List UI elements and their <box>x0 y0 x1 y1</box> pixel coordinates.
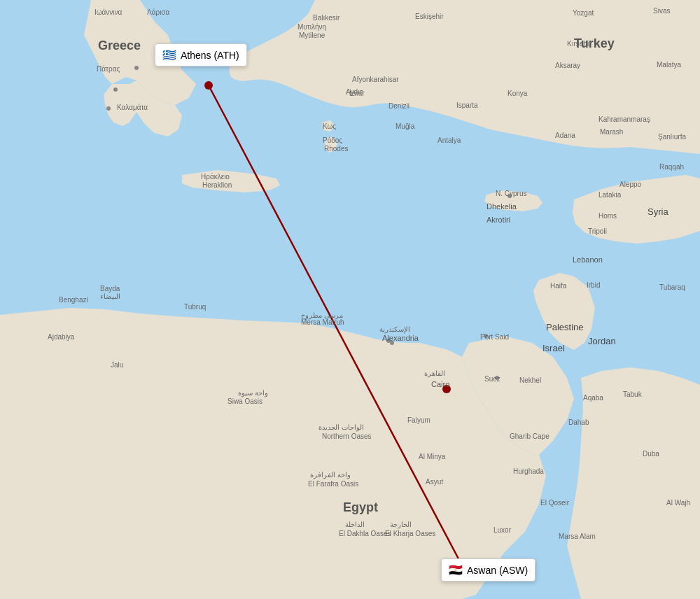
athens-tooltip: 🇬🇷 Athens (ATH) <box>155 43 247 66</box>
svg-point-7 <box>106 106 111 111</box>
svg-point-11 <box>495 376 499 380</box>
map-background <box>0 0 700 599</box>
athens-flag: 🇬🇷 <box>162 48 176 62</box>
svg-point-9 <box>390 341 394 345</box>
map-container: Greece Turkey Egypt Syria Palestine Jord… <box>0 0 700 599</box>
athens-label: Athens (ATH) <box>181 50 239 61</box>
aswan-flag: 🇪🇬 <box>449 563 463 577</box>
svg-point-6 <box>113 87 118 92</box>
svg-point-5 <box>134 66 139 70</box>
aswan-label: Aswan (ASW) <box>467 565 528 576</box>
svg-point-2 <box>204 81 213 90</box>
aswan-tooltip: 🇪🇬 Aswan (ASW) <box>441 558 536 582</box>
svg-point-8 <box>386 339 391 343</box>
svg-point-12 <box>484 334 488 338</box>
svg-point-3 <box>442 385 451 393</box>
svg-point-10 <box>507 194 512 198</box>
